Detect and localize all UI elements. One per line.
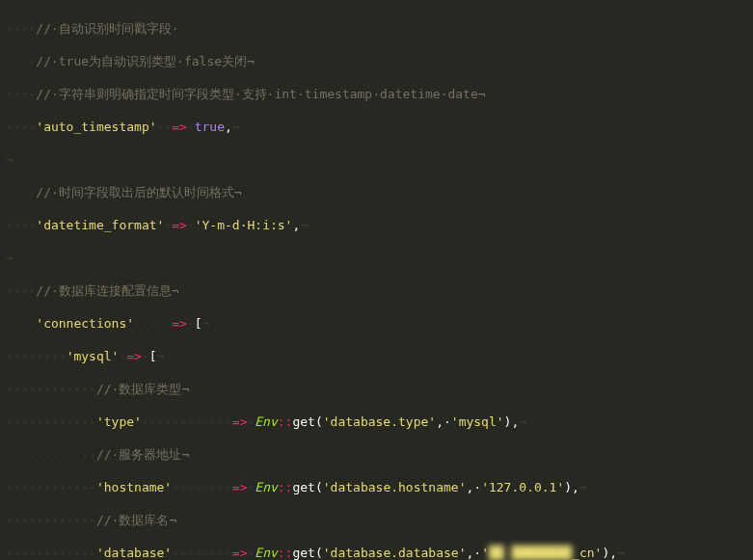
redacted-text: ██_████████ — [489, 546, 572, 560]
array-key: 'connections' — [36, 316, 134, 331]
string-literal: 'Y-m-d·H:i:s' — [195, 218, 293, 232]
code-line: ············//·数据库类型¬ — [0, 381, 753, 397]
arrow-operator: => — [172, 120, 187, 134]
code-line: ····'datetime_format'·=>·'Y-m-d·H:i:s',¬ — [0, 217, 753, 233]
code-line: ····//·时间字段取出后的默认时间格式¬ — [0, 184, 753, 200]
code-line: ····//·自动识别时间戳字段· — [0, 20, 753, 37]
array-key: 'type' — [96, 414, 142, 429]
array-key: 'datetime_format' — [36, 218, 164, 232]
code-line: ····//·true为自动识别类型·false关闭¬ — [0, 53, 753, 69]
bool-literal: true — [195, 120, 225, 134]
code-line: ············'hostname'········=>·Env::ge… — [0, 479, 753, 495]
bracket-open: [ — [195, 316, 202, 331]
array-key: 'hostname' — [96, 480, 172, 494]
code-editor[interactable]: ····//·自动识别时间戳字段· ····//·true为自动识别类型·fal… — [0, 0, 753, 560]
static-operator: :: — [278, 414, 293, 429]
code-line: ····//·数据库连接配置信息¬ — [0, 282, 753, 299]
code-line: ¬ — [0, 151, 753, 168]
code-line: ····//·字符串则明确指定时间字段类型·支持·int·timestamp·d… — [0, 86, 753, 102]
code-line: ············//·数据库名¬ — [0, 512, 753, 528]
code-line: ············'type'············=>·Env::ge… — [0, 413, 753, 430]
code-line: ····'connections'·····=>·[¬ — [0, 315, 753, 332]
code-line: ············'database'········=>·Env::ge… — [0, 545, 753, 560]
code-line: ········'mysql'·=>·[¬ — [0, 348, 753, 364]
whitespace: ···· — [6, 21, 36, 36]
code-line: ············//·服务器地址¬ — [0, 446, 753, 463]
array-key: 'database' — [96, 546, 172, 560]
array-key: 'mysql' — [67, 349, 120, 363]
class-name: Env — [255, 414, 277, 429]
array-key: 'auto_timestamp' — [36, 120, 156, 134]
code-line: ····'auto_timestamp'··=>·true,¬ — [0, 119, 753, 135]
code-line: ¬ — [0, 250, 753, 266]
comment: //·自动识别时间戳字段· — [36, 21, 178, 36]
